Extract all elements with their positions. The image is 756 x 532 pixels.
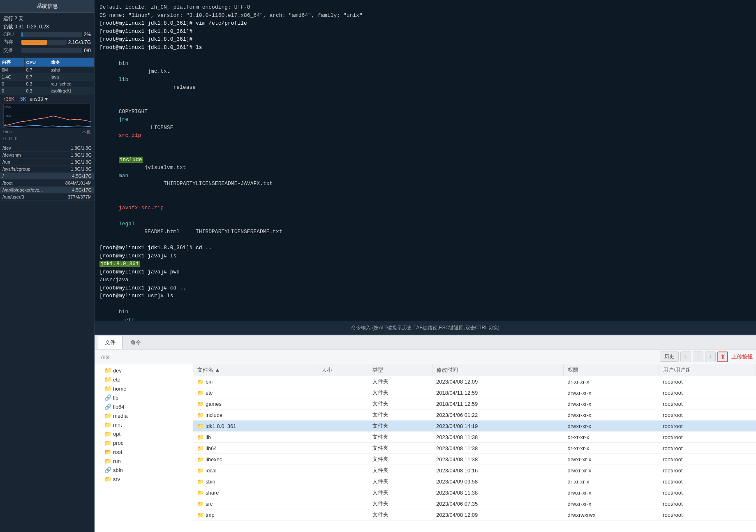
net-y-low: 12K xyxy=(5,123,11,127)
col-modified[interactable]: 修改时间 xyxy=(432,364,564,376)
tree-item-label: proc xyxy=(113,440,123,446)
file-modified: 2023/04/08 11:38 xyxy=(432,487,564,498)
net-counters: 0 0 0 xyxy=(3,136,91,141)
tree-item[interactable]: 📁run xyxy=(95,456,193,465)
file-row[interactable]: 📁tmp 文件夹 2023/04/08 12:09 drwxrwxrwx roo… xyxy=(193,509,756,520)
tree-item[interactable]: 📁dev xyxy=(95,366,193,375)
term-line: [root@mylinux1 jdk1.8.0_361]# xyxy=(99,28,751,36)
file-size xyxy=(317,487,368,498)
file-row[interactable]: 📁etc 文件夹 2018/04/11 12:59 drwxr-xr-x roo… xyxy=(193,387,756,398)
upload-icon-button[interactable]: ⬆ xyxy=(717,352,728,362)
col-size[interactable]: 大小 xyxy=(317,364,368,376)
download-button[interactable]: ⬇ xyxy=(705,352,716,362)
file-modified: 2023/04/06 07:35 xyxy=(432,498,564,509)
folder-icon: 📁 xyxy=(104,476,111,482)
file-icon: 📁 xyxy=(197,490,204,496)
file-owner: root/root xyxy=(659,454,756,465)
file-perms: drwxr-xr-x xyxy=(564,487,659,498)
tab-commands[interactable]: 命令 xyxy=(123,336,148,349)
folder-icon: 📁 xyxy=(104,430,111,437)
terminal[interactable]: Default locale: zh_CN, platform encoding… xyxy=(95,0,756,321)
col-filename[interactable]: 文件名 ▲ xyxy=(193,364,317,376)
tree-item[interactable]: 🔗lib xyxy=(95,393,193,402)
disk-path: /dev/shm xyxy=(0,152,55,159)
uptime-value: 运行 2 天 xyxy=(3,15,23,22)
refresh-button[interactable]: ↻ xyxy=(680,352,691,362)
file-row[interactable]: 📁include 文件夹 2023/04/06 01:22 drwxr-xr-x… xyxy=(193,409,756,421)
file-type: 文件夹 xyxy=(368,454,432,465)
file-row[interactable]: 📁lib 文件夹 2023/04/08 11:38 dr-xr-xr-x roo… xyxy=(193,432,756,443)
tree-item[interactable]: 🔗lib64 xyxy=(95,402,193,411)
tree-item-label: media xyxy=(113,413,127,419)
file-owner: root/root xyxy=(659,432,756,443)
tree-item[interactable]: 🔗sbin xyxy=(95,465,193,474)
disk-size: 377M/377M xyxy=(55,194,94,201)
file-owner: root/root xyxy=(659,509,756,520)
tab-files[interactable]: 文件 xyxy=(98,336,123,349)
file-size xyxy=(317,421,368,432)
file-size xyxy=(317,376,368,387)
disk-row: /boot864M/1014M xyxy=(0,180,94,187)
tree-item[interactable]: 📁opt xyxy=(95,429,193,438)
file-perms: drwxr-xr-x xyxy=(564,498,659,509)
file-row[interactable]: 📁games 文件夹 2018/04/11 12:59 drwxr-xr-x r… xyxy=(193,398,756,409)
col-owner[interactable]: 用户/用户组 xyxy=(659,364,756,376)
tree-item[interactable]: 📁home xyxy=(95,384,193,393)
cpu-row: CPU 2% xyxy=(3,32,91,37)
file-modified: 2023/04/08 11:38 xyxy=(432,454,564,465)
tree-item[interactable]: 📂root xyxy=(95,447,193,456)
term-line: bin etc games include java lib lib64 lib… xyxy=(99,300,751,321)
tree-item[interactable]: 📁srv xyxy=(95,474,193,483)
col-cmd: 命令 xyxy=(49,58,94,67)
disk-size: 1.8G/1.8G xyxy=(55,166,94,173)
file-icon: 📁 xyxy=(197,401,204,407)
term-line: javafx-src.zip legal README.html THIRDPA… xyxy=(99,196,751,244)
file-row[interactable]: 📁share 文件夹 2023/04/08 11:38 drwxr-xr-x r… xyxy=(193,487,756,498)
file-row[interactable]: 📁src 文件夹 2023/04/06 07:35 drwxr-xr-x roo… xyxy=(193,498,756,509)
file-type: 文件夹 xyxy=(368,509,432,520)
net-dropdown[interactable]: ▼ xyxy=(44,96,49,102)
history-button[interactable]: 历史 xyxy=(660,352,679,362)
file-list: 文件名 ▲ 大小 类型 修改时间 权限 用户/用户组 📁bin 文件夹 2023… xyxy=(193,364,756,532)
file-icon: 📁 xyxy=(197,445,204,451)
proc-table: 内存 CPU 命令 6M0.7sshd1.4G0.7java00.3rcu_sc… xyxy=(0,58,94,95)
file-name-cell: 📁tmp xyxy=(193,509,317,520)
proc-cpu: 0.7 xyxy=(24,67,49,74)
disk-row: /run/user/0377M/377M xyxy=(0,194,94,201)
net-graph: 35K 24K 12K xyxy=(3,104,91,128)
disk-path: /dev xyxy=(0,145,55,152)
file-type: 文件夹 xyxy=(368,476,432,487)
load-row: 负载 0.31, 0.23, 0.23 xyxy=(3,23,91,30)
disk-path: /var/lib/docker/ove... xyxy=(0,187,55,194)
file-perms: drwxr-xr-x xyxy=(564,454,659,465)
file-row[interactable]: 📁local 文件夹 2023/04/08 10:16 drwxr-xr-x r… xyxy=(193,465,756,476)
tree-item[interactable]: 📁mnt xyxy=(95,420,193,429)
folder-icon: 🔗 xyxy=(104,403,111,410)
file-row[interactable]: 📁bin 文件夹 2023/04/08 12:09 dr-xr-xr-x roo… xyxy=(193,376,756,387)
tree-item-label: srv xyxy=(113,476,120,482)
tree-item-label: opt xyxy=(113,431,120,437)
file-modified: 2018/04/11 12:59 xyxy=(432,398,564,409)
col-perms[interactable]: 权限 xyxy=(564,364,659,376)
file-row[interactable]: 📁sbin 文件夹 2023/04/09 09:58 dr-xr-xr-x ro… xyxy=(193,476,756,487)
folder-icon: 📁 xyxy=(104,385,111,392)
tree-item[interactable]: 📁etc xyxy=(95,375,193,384)
up-dir-button[interactable]: ↑ xyxy=(693,352,703,362)
cmd-input-bar[interactable]: 命令输入 (按ALT键提示历史,TAB键路径,ESC键返回,双击CTRL切换) xyxy=(95,321,756,335)
net-c2: 0 xyxy=(9,136,12,141)
file-size xyxy=(317,409,368,421)
file-modified: 2023/04/08 12:09 xyxy=(432,376,564,387)
col-type[interactable]: 类型 xyxy=(368,364,432,376)
net-interface: ens33 xyxy=(30,96,43,102)
term-line: [root@mylinux1 jdk1.8.0_361]# cd .. xyxy=(99,244,751,252)
file-owner: root/root xyxy=(659,376,756,387)
file-type: 文件夹 xyxy=(368,443,432,454)
file-row[interactable]: 📁lib64 文件夹 2023/04/08 11:38 dr-xr-xr-x r… xyxy=(193,443,756,454)
file-modified: 2023/04/08 11:38 xyxy=(432,432,564,443)
file-row[interactable]: 📁jdk1.8.0_361 文件夹 2023/04/08 14:19 drwxr… xyxy=(193,421,756,432)
file-row[interactable]: 📁libexec 文件夹 2023/04/08 11:38 drwxr-xr-x… xyxy=(193,454,756,465)
file-type: 文件夹 xyxy=(368,421,432,432)
cpu-progress-bg xyxy=(21,32,82,37)
tree-item[interactable]: 📁media xyxy=(95,411,193,420)
tree-item[interactable]: 📁proc xyxy=(95,438,193,447)
